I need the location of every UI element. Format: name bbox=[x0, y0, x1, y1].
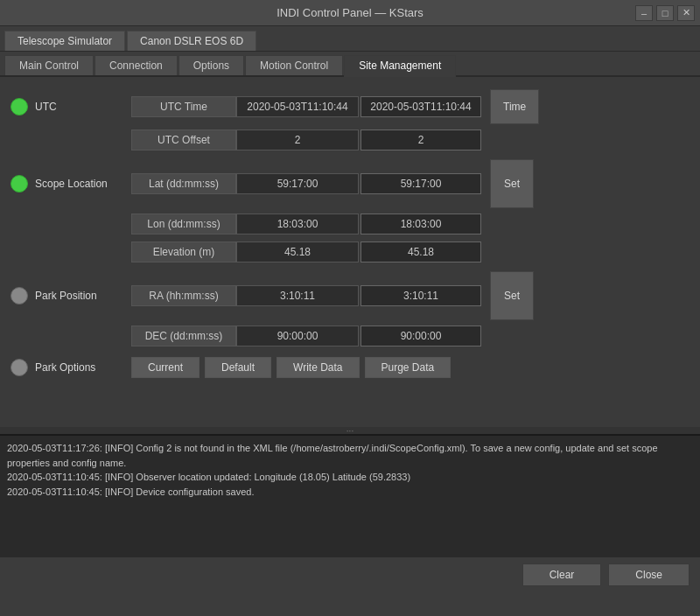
lat-field-label: Lat (dd:mm:ss) bbox=[131, 173, 236, 194]
time-button[interactable]: Time bbox=[490, 89, 539, 124]
elevation-input[interactable] bbox=[360, 242, 481, 262]
purge-data-button[interactable]: Purge Data bbox=[365, 357, 452, 378]
ra-row: Park Position RA (hh:mm:ss) 3:10:11 Set bbox=[10, 271, 690, 320]
close-button[interactable]: Close bbox=[608, 564, 690, 586]
tab-main-control[interactable]: Main Control bbox=[4, 55, 94, 75]
dec-row: DEC (dd:mm:ss) 90:00:00 bbox=[10, 324, 690, 348]
minimize-button[interactable]: – bbox=[635, 5, 653, 21]
park-position-section: Park Position RA (hh:mm:ss) 3:10:11 Set … bbox=[10, 271, 690, 348]
maximize-button[interactable]: □ bbox=[656, 5, 674, 21]
write-data-button[interactable]: Write Data bbox=[276, 357, 359, 378]
park-options-label: Park Options bbox=[35, 361, 131, 374]
utc-time-input[interactable] bbox=[360, 96, 481, 117]
lat-row: Scope Location Lat (dd:mm:ss) 59:17:00 S… bbox=[10, 159, 690, 208]
log-line-3: 2020-05-03T11:10:45: [INFO] Device confi… bbox=[7, 485, 693, 500]
window-title: INDI Control Panel — KStars bbox=[276, 6, 424, 19]
ra-value: 3:10:11 bbox=[236, 285, 359, 306]
park-options-section: Park Options Current Default Write Data … bbox=[10, 355, 690, 380]
scope-location-section: Scope Location Lat (dd:mm:ss) 59:17:00 S… bbox=[10, 159, 690, 264]
scope-location-indicator bbox=[10, 175, 28, 192]
device-tabs: Telescope Simulator Canon DSLR EOS 6D bbox=[0, 26, 700, 52]
tab-motion-control[interactable]: Motion Control bbox=[245, 55, 343, 75]
scope-location-label: Scope Location bbox=[35, 178, 131, 190]
utc-label: UTC bbox=[35, 101, 131, 113]
current-button[interactable]: Current bbox=[131, 357, 200, 378]
tab-options[interactable]: Options bbox=[178, 55, 244, 75]
dec-value: 90:00:00 bbox=[236, 326, 359, 346]
ra-input[interactable] bbox=[360, 285, 481, 306]
park-options-row: Park Options Current Default Write Data … bbox=[10, 355, 690, 380]
utc-time-row: UTC UTC Time 2020-05-03T11:10:44 Time bbox=[10, 89, 690, 124]
title-controls: – □ ✕ bbox=[635, 5, 695, 21]
tab-telescope-simulator[interactable]: Telescope Simulator bbox=[4, 31, 125, 51]
elevation-value: 45.18 bbox=[236, 242, 359, 262]
lon-row: Lon (dd:mm:ss) 18:03:00 bbox=[10, 212, 690, 236]
tab-connection[interactable]: Connection bbox=[94, 55, 178, 75]
utc-offset-input[interactable] bbox=[360, 130, 481, 150]
title-bar: INDI Control Panel — KStars – □ ✕ bbox=[0, 0, 700, 26]
set-park-button[interactable]: Set bbox=[490, 271, 534, 320]
tab-site-management[interactable]: Site Management bbox=[344, 55, 456, 77]
set-location-button[interactable]: Set bbox=[490, 159, 534, 208]
log-separator: ··· bbox=[0, 427, 700, 434]
utc-section: UTC UTC Time 2020-05-03T11:10:44 Time UT… bbox=[10, 89, 690, 152]
tab-canon-dslr[interactable]: Canon DSLR EOS 6D bbox=[127, 31, 256, 51]
lon-spacer bbox=[10, 215, 28, 233]
utc-time-field-label: UTC Time bbox=[131, 96, 236, 117]
clear-button[interactable]: Clear bbox=[522, 564, 602, 586]
lon-input[interactable] bbox=[360, 214, 481, 234]
dec-input[interactable] bbox=[360, 326, 481, 346]
elevation-field-label: Elevation (m) bbox=[131, 242, 236, 262]
close-window-button[interactable]: ✕ bbox=[677, 5, 695, 21]
park-options-indicator bbox=[10, 359, 28, 376]
lon-field-label: Lon (dd:mm:ss) bbox=[131, 214, 236, 234]
utc-offset-row: UTC Offset 2 bbox=[10, 128, 690, 152]
content-area: UTC UTC Time 2020-05-03T11:10:44 Time UT… bbox=[0, 77, 700, 427]
lat-value: 59:17:00 bbox=[236, 173, 359, 194]
log-area: 2020-05-03T11:17:26: [INFO] Config 2 is … bbox=[0, 434, 700, 556]
bottom-bar: Clear Close bbox=[0, 556, 700, 592]
dec-field-label: DEC (dd:mm:ss) bbox=[131, 326, 236, 346]
default-button[interactable]: Default bbox=[205, 357, 271, 378]
utc-indicator bbox=[10, 98, 28, 116]
utc-offset-value: 2 bbox=[236, 130, 359, 150]
ra-field-label: RA (hh:mm:ss) bbox=[131, 285, 236, 306]
lon-value: 18:03:00 bbox=[236, 214, 359, 234]
elev-spacer bbox=[10, 243, 28, 261]
elevation-row: Elevation (m) 45.18 bbox=[10, 240, 690, 264]
log-line-1: 2020-05-03T11:17:26: [INFO] Config 2 is … bbox=[7, 441, 693, 470]
utc-offset-spacer bbox=[10, 131, 28, 149]
utc-offset-field-label: UTC Offset bbox=[131, 130, 236, 150]
park-position-label: Park Position bbox=[35, 290, 131, 302]
nav-tabs: Main Control Connection Options Motion C… bbox=[0, 52, 700, 77]
park-position-indicator bbox=[10, 287, 28, 304]
lat-input[interactable] bbox=[360, 173, 481, 194]
dec-spacer bbox=[10, 327, 28, 345]
log-line-2: 2020-05-03T11:10:45: [INFO] Observer loc… bbox=[7, 470, 693, 485]
utc-time-value: 2020-05-03T11:10:44 bbox=[236, 96, 359, 117]
